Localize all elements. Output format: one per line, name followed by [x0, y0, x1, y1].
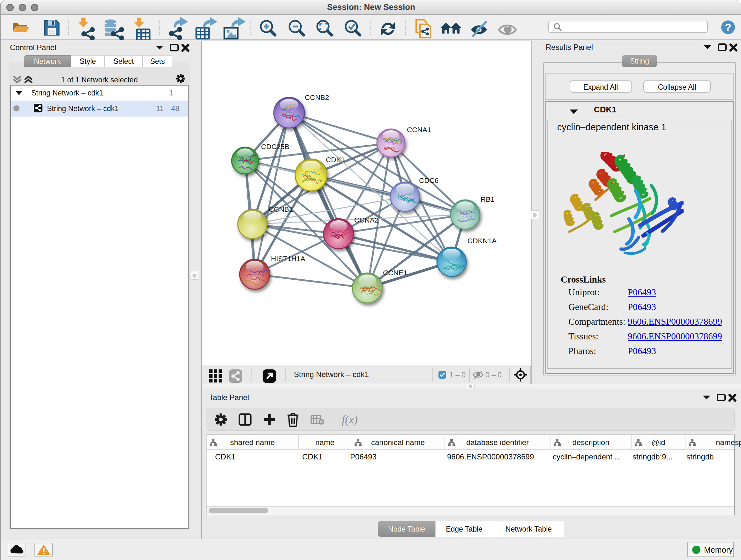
svg-text:CCNE1: CCNE1 — [383, 269, 407, 277]
svg-text:CCNB2: CCNB2 — [305, 94, 329, 102]
svg-text:CDC25B: CDC25B — [261, 143, 289, 151]
svg-text:CCNA2: CCNA2 — [354, 216, 379, 224]
svg-text:HIST1H1A: HIST1H1A — [271, 255, 306, 263]
svg-text:f(x): f(x) — [342, 413, 358, 426]
svg-text:CDK1: CDK1 — [326, 156, 345, 164]
svg-text:RB1: RB1 — [481, 195, 495, 203]
svg-text:CCNB1: CCNB1 — [269, 205, 293, 213]
svg-text:CDKN1A: CDKN1A — [468, 237, 496, 245]
svg-text:CCNA1: CCNA1 — [407, 126, 431, 134]
svg-text:CDC6: CDC6 — [419, 177, 439, 185]
